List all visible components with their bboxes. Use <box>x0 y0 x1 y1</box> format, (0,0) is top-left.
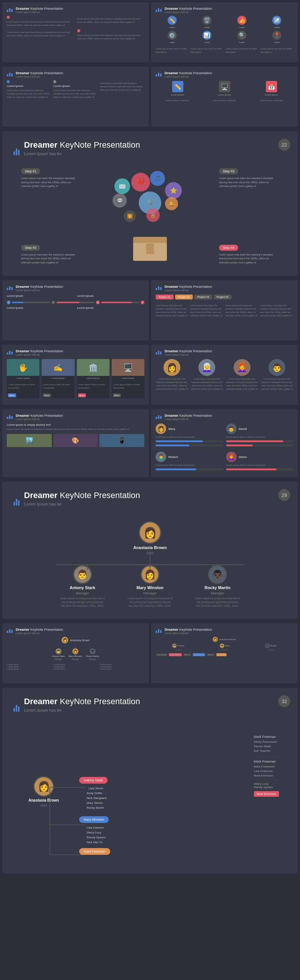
location-icon: 📍 <box>272 31 281 40</box>
slide-22: Dreamer KeyNote Presentation Lorem Ipsum… <box>2 131 298 276</box>
slide-7: Dreamer KeyNote Presentation Lorem Ipsum… <box>2 345 149 405</box>
david-track-1 <box>226 440 294 442</box>
project-content: Lorem Ipsum has been the industry's stan… <box>156 302 293 317</box>
leaf-6: Micky R. <box>216 653 227 656</box>
tab-project3[interactable]: Project #3 <box>194 294 212 299</box>
slide-3-subtitle: Lorem Ipsum has be <box>16 75 63 78</box>
h-connector-wrap <box>56 565 244 565</box>
team-member-3: 👩‍🦰 Lorem Ipsum has been the industry's … <box>226 359 259 391</box>
slide-7-title-wrap: Dreamer KeyNote Presentation Lorem Ipsum… <box>16 349 63 356</box>
icon-item-1: ✏️ Label <box>156 16 188 29</box>
slide-7-header: Dreamer KeyNote Presentation Lorem Ipsum… <box>7 349 144 356</box>
slide-6-title: Dreamer KeyNote Presentation <box>164 285 212 289</box>
mini-v-1 <box>75 644 76 648</box>
slide-1-col2: Lorem Ipsum has been the industry's stan… <box>77 16 145 27</box>
logo-1 <box>7 8 13 12</box>
person-robert: 👨‍🦱 Robert Lorem ipsum dolor sit amet co… <box>156 452 223 473</box>
photo-1: 🖐️ Lorem Ipsum Lorem ipsum dolor sit ame… <box>7 359 39 398</box>
slide-3: Dreamer KeyNote Presentation Lorem Ipsum… <box>2 67 149 127</box>
bullets-grid: • Lorem ipsum • Lorem ipsum • Lorem ipsu… <box>7 663 144 670</box>
logo-29 <box>13 499 19 506</box>
manager-2-title: Manager <box>143 591 157 595</box>
manager-3-name: Rocky Martin <box>204 585 230 590</box>
slide-10: Dreamer KeyNote Presentation Lorem Ipsum… <box>151 409 298 477</box>
slide-9-photos: 🏙️ 🎨 📱 <box>7 434 144 447</box>
slide-11-header: Dreamer KeyNote Presentation Lorem Ipsum… <box>7 628 144 635</box>
manager-1-name: Antony Stark <box>70 585 95 590</box>
mini-mgr-1-title: Manager <box>55 658 62 660</box>
david-avatar: 👨 <box>226 423 237 434</box>
slide-29-badge: 29 <box>278 489 290 501</box>
bubble-arrow: ▶️ <box>124 210 136 222</box>
icon-item-3: 👍 Label <box>226 16 259 29</box>
proj-col-3: Lorem Ipsum has been the industry's stan… <box>225 302 259 317</box>
slide-2-title-wrap: Dreamer KeyNote Presentation Lorem Ipsum… <box>164 7 212 13</box>
slide-7-title: Dreamer KeyNote Presentation <box>16 349 63 353</box>
proj-col-2: Lorem Ipsum has been the industry's stan… <box>190 302 224 317</box>
slide-4-subtitle: Lorem Ipsum has be <box>164 75 212 78</box>
calendar-icon: 📅 <box>266 81 277 92</box>
c-ceo-name: Anastasia Brown <box>29 798 59 802</box>
rocky-branch-label: Mark Freeman <box>79 847 110 855</box>
slide-11-title: Dreamer KeyNote Presentation <box>16 628 63 632</box>
slide-9: Dreamer KeyNote Presentation Lorem Ipsum… <box>2 409 149 477</box>
leaf-1: Lary Street <box>156 653 168 656</box>
helen-track-1 <box>226 468 294 470</box>
mini-mgr-3-av: 👨🏿 <box>89 648 96 654</box>
robert-bars <box>156 468 223 470</box>
david-header: 👨 David <box>226 423 294 434</box>
brad-box: Brad Emerson <box>254 791 279 797</box>
slide-12-title: Dreamer KeyNote Presentation <box>164 628 212 632</box>
slide-5: Dreamer KeyNote Presentation Lorem Ipsum… <box>2 280 149 340</box>
mini-mgr-3: 👨🏿 Rocky Martin Manager <box>86 648 99 660</box>
bubble-cluster: ❤️ 🎵 ⭐ ✉️ ⚙️ 🔔 💬 ▶️ 🔒 <box>109 171 191 231</box>
v-drop-1 <box>87 565 88 570</box>
slide-11: Dreamer KeyNote Presentation Lorem Ipsum… <box>2 623 149 683</box>
photo-grid-7: 🖐️ Lorem Ipsum Lorem ipsum dolor sit ame… <box>7 359 144 398</box>
slide-11-subtitle: Lorem Ipsum has be <box>16 632 63 635</box>
tab-project2[interactable]: Project #2 <box>175 294 193 299</box>
slide-5-content: Lorem Ipsum Lorem Ipsum 1 2 3 4 <box>7 294 144 310</box>
slide-29-title: Dreamer KeyNote Presentation <box>24 490 140 500</box>
complex-org-chart: 👩 Anastasia Brown CEO Antony Stark Lary … <box>13 727 287 859</box>
slide-5-title: Dreamer KeyNote Presentation <box>16 285 63 289</box>
david-bars <box>226 440 294 446</box>
slide-3-header: Dreamer KeyNote Presentation Lorem Ipsum… <box>7 71 144 78</box>
randy-r: Randy Spears <box>254 786 279 789</box>
track-1 <box>12 302 50 303</box>
p-label-2: Lorem Ipsum <box>77 294 145 298</box>
ceo-node: 👩 Anastasia Brown CEO <box>133 521 166 555</box>
manager-1-desc: Lorem Ipsum is simply dummey text of the… <box>60 597 105 608</box>
tab-project4[interactable]: Project #4 <box>214 294 232 299</box>
mark-also: Mark Freeman <box>254 760 279 764</box>
robert-avatar: 👨‍🦱 <box>156 452 166 462</box>
slide-6-subtitle: Lorem Ipsum has be <box>164 289 212 291</box>
slide-22-title: Dreamer KeyNote Presentation <box>24 140 140 150</box>
c-ceo-title: CEO <box>40 804 47 807</box>
slide-10-title-wrap: Dreamer KeyNote Presentation Lorem Ipsum… <box>164 414 212 420</box>
slide-9-subtitle: Lorem Ipsum has be <box>16 418 63 420</box>
slide-4: Dreamer KeyNote Presentation Lorem Ipsum… <box>151 67 298 127</box>
dot-1: 1 <box>7 301 11 304</box>
bullet-col-1: • Lorem ipsum • Lorem ipsum • Lorem ipsu… <box>7 663 52 670</box>
photo-img-1: 🖐️ <box>7 359 39 376</box>
slide-29-header: Dreamer KeyNote Presentation Lorem Ipsum… <box>13 490 287 514</box>
slide-6-title-wrap: Dreamer KeyNote Presentation Lorem Ipsum… <box>164 285 212 291</box>
mary-track-1 <box>156 440 223 442</box>
btn-more-2[interactable]: More <box>43 393 51 397</box>
mary-pill: Mary Winston <box>79 816 109 823</box>
slide-3-title: Dreamer KeyNote Presentation <box>16 71 63 75</box>
mary-fill-2 <box>156 444 189 446</box>
avatar-2: 👩‍🦳 <box>198 359 215 376</box>
slide-8-title: Dreamer KeyNote Presentation <box>164 349 212 353</box>
right-divider <box>254 757 279 757</box>
bullet-col-2: • Lorem ipsum • Lorem ipsum • Lorem ipsu… <box>53 663 98 670</box>
btn-more-4[interactable]: More <box>113 393 121 397</box>
slide-8-header: Dreamer KeyNote Presentation Lorem Ipsum… <box>156 349 293 356</box>
btn-more-1[interactable]: More <box>8 393 16 397</box>
btn-more-3[interactable]: More <box>78 393 86 397</box>
photo-2: ✍️ Lorem Ipsum Lorem ipsum dolor sit ame… <box>41 359 74 398</box>
tab-project1[interactable]: Project #1 <box>156 294 174 299</box>
slide-1-header: Dreamer KeyNote Presentation Lorem Ipsum… <box>7 7 144 13</box>
slide-2-title: Dreamer KeyNote Presentation <box>164 7 212 11</box>
